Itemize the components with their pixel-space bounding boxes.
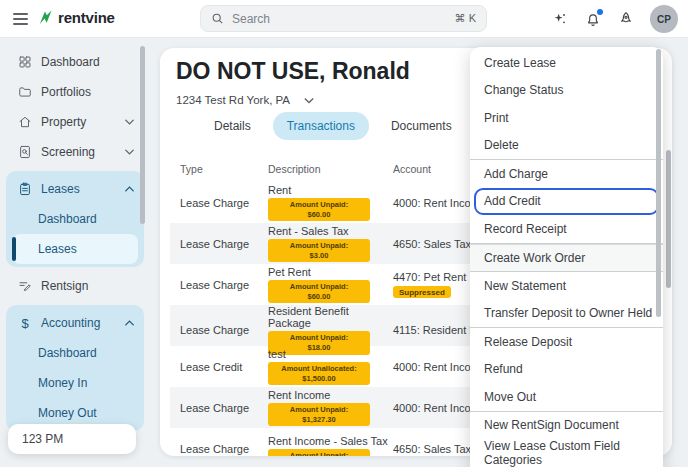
sidebar-item-leases[interactable]: Leases — [6, 174, 144, 204]
amount-badge-label: Amount Unpaid: — [290, 333, 348, 342]
property-address[interactable]: 1234 Test Rd York, PA — [176, 94, 314, 106]
menu-item-create-lease[interactable]: Create Lease — [470, 49, 663, 77]
page-scrollbar[interactable] — [666, 150, 671, 288]
amount-badge-label: Amount Unpaid: — [290, 200, 348, 209]
cell-description: Rent Income - Sales TaxAmount Unpaid: — [268, 435, 393, 456]
logo-text: rentvine — [58, 9, 115, 26]
rocket-icon[interactable] — [617, 10, 635, 28]
sidebar-item-screening[interactable]: Screening — [0, 137, 150, 167]
description-text: Rent Income — [268, 389, 393, 401]
menu-item-change-status[interactable]: Change Status — [470, 77, 663, 105]
amount-badge: Amount Unpaid: — [268, 449, 370, 456]
sidebar-item-accounting[interactable]: $Accounting — [6, 308, 144, 338]
amount-badge-value: $1,500.00 — [302, 374, 335, 383]
tab-transactions[interactable]: Transactions — [273, 112, 369, 140]
property-address-text: 1234 Test Rd York, PA — [176, 94, 290, 106]
search-shortcut: ⌘ K — [455, 12, 476, 25]
amount-badge: Amount Unpaid:$60.00 — [268, 280, 370, 304]
menu-item-new-rentsign-document[interactable]: New RentSign Document — [470, 412, 663, 440]
cell-type: Lease Charge — [180, 279, 268, 291]
sidebar-item-label: Dashboard — [41, 55, 100, 69]
folder-icon — [18, 85, 32, 99]
menu-item-add-credit[interactable]: Add Credit — [474, 188, 659, 216]
user-avatar[interactable]: CP — [650, 5, 678, 33]
amount-badge-value: $3.00 — [310, 251, 329, 260]
column-header-type: Type — [180, 163, 268, 175]
account-text: 4470: Pet Rent — [393, 271, 466, 283]
sidebar-item-label: Portfolios — [41, 85, 91, 99]
sidebar-item-rentsign[interactable]: Rentsign — [0, 271, 150, 301]
cell-description: Pet RentAmount Unpaid:$60.00 — [268, 266, 393, 304]
sidebar-item-dashboard[interactable]: Dashboard — [0, 47, 150, 77]
sidebar-scrollbar[interactable] — [140, 46, 145, 224]
amount-badge-label: Amount Unallocated: — [281, 364, 356, 373]
amount-badge: Amount Unpaid:$1,327.30 — [268, 403, 370, 427]
menu-item-print[interactable]: Print — [470, 104, 663, 132]
sidebar-group-accounting: $AccountingDashboardMoney InMoney Out — [6, 305, 144, 431]
sidebar-group-leases: LeasesDashboardLeases — [6, 171, 144, 267]
sidebar-item-portfolios[interactable]: Portfolios — [0, 77, 150, 107]
amount-badge-label: Amount Unpaid: — [290, 282, 348, 291]
description-text: test — [268, 348, 393, 360]
sidebar-item-label: Property — [41, 115, 86, 129]
rentvine-logo-icon — [37, 8, 54, 27]
description-text: Rent Income - Sales Tax — [268, 435, 393, 447]
sidebar-subitem-leases-leases[interactable]: Leases — [12, 234, 138, 264]
column-header-description: Description — [268, 163, 393, 175]
description-text: Pet Rent — [268, 266, 393, 278]
menu-item-record-receipt[interactable]: Record Receipt — [470, 215, 663, 243]
description-text: Resident Benefit Package — [268, 305, 393, 329]
cell-type: Lease Charge — [180, 324, 268, 336]
menu-item-refund[interactable]: Refund — [470, 356, 663, 384]
dollar-icon: $ — [18, 316, 32, 331]
page-title: DO NOT USE, Ronald — [176, 58, 410, 85]
tab-documents[interactable]: Documents — [377, 112, 466, 140]
cell-type: Lease Charge — [180, 197, 268, 209]
sidebar-subitem-accounting-money-in[interactable]: Money In — [6, 368, 144, 398]
dashboard-grid-icon — [18, 55, 32, 69]
chevron-up-icon — [125, 320, 134, 326]
cell-description: RentAmount Unpaid:$60.00 — [268, 184, 393, 222]
menu-item-create-work-order[interactable]: Create Work Order — [470, 244, 663, 272]
amount-badge: Amount Unallocated:$1,500.00 — [268, 362, 370, 386]
chevron-up-icon — [125, 186, 134, 192]
sidebar-nav: DashboardPortfoliosPropertyScreeningLeas… — [0, 38, 150, 467]
amount-badge-value: $60.00 — [308, 292, 331, 301]
sidebar-item-property[interactable]: Property — [0, 107, 150, 137]
description-text: Rent - Sales Tax — [268, 225, 393, 237]
signature-icon — [18, 279, 32, 293]
tab-details[interactable]: Details — [200, 112, 265, 140]
cell-description: Rent IncomeAmount Unpaid:$1,327.30 — [268, 389, 393, 427]
amount-badge-value: $1,327.30 — [302, 415, 335, 424]
chevron-down-icon — [304, 97, 314, 104]
rentvine-logo[interactable]: rentvine — [37, 8, 115, 27]
menu-item-transfer-deposit-to-owner-held[interactable]: Transfer Deposit to Owner Held — [470, 300, 663, 328]
menu-item-new-statement[interactable]: New Statement — [470, 272, 663, 300]
menu-item-release-deposit[interactable]: Release Deposit — [470, 328, 663, 356]
notifications-bell-icon[interactable] — [584, 10, 602, 28]
search-placeholder: Search — [232, 12, 270, 26]
menu-scrollbar[interactable] — [656, 49, 661, 317]
lease-actions-menu: Create LeaseChange StatusPrintDeleteAdd … — [470, 47, 663, 467]
amount-badge-label: Amount Unpaid: — [290, 451, 348, 456]
menu-item-add-charge[interactable]: Add Charge — [470, 160, 663, 188]
ai-sparkle-icon[interactable] — [551, 10, 569, 28]
search-input[interactable]: Search ⌘ K — [200, 5, 487, 32]
hamburger-menu-icon[interactable] — [13, 13, 28, 25]
description-text: Rent — [268, 184, 393, 196]
cell-description: testAmount Unallocated:$1,500.00 — [268, 348, 393, 386]
sidebar-subitem-accounting-dashboard[interactable]: Dashboard — [6, 338, 144, 368]
menu-item-view-lease-custom-field-categories[interactable]: View Lease Custom Field Categories — [470, 439, 663, 467]
amount-badge-label: Amount Unpaid: — [290, 241, 348, 250]
account-text: 4650: Sales Tax — [393, 238, 471, 250]
cell-type: Lease Credit — [180, 361, 268, 373]
menu-item-delete[interactable]: Delete — [470, 132, 663, 160]
sidebar-subitem-leases-dashboard[interactable]: Dashboard — [6, 204, 144, 234]
cell-type: Lease Charge — [180, 443, 268, 455]
home-icon — [18, 115, 32, 129]
menu-item-move-out[interactable]: Move Out — [470, 383, 663, 411]
amount-badge-label: Amount Unpaid: — [290, 405, 348, 414]
amount-badge-value: $60.00 — [308, 210, 331, 219]
sidebar-item-label: Accounting — [41, 316, 100, 330]
amount-badge: Amount Unpaid:$3.00 — [268, 239, 370, 263]
